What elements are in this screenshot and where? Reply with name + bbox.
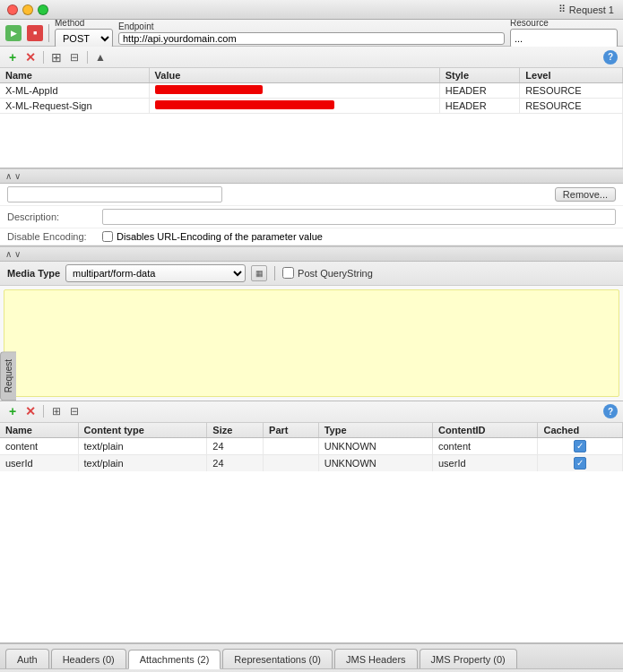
help-icon: ? [608, 52, 613, 62]
headers-toolbar: + ✕ ⊞ ⊟ ▲ ? [0, 47, 623, 68]
disable-encoding-label: Disable Encoding: [7, 231, 97, 242]
cached-checkbox-cell: ✓ [543, 440, 617, 452]
tab-auth-label: Auth [17, 654, 38, 665]
param-input-area [7, 186, 549, 202]
empty-row [0, 114, 623, 168]
col-type: Type [318, 423, 432, 438]
help-button[interactable]: ? [603, 50, 618, 65]
description-label: Description: [7, 211, 97, 222]
status-bar: tion... 1329 ... (94 bytes ... [0, 668, 623, 672]
media-grid-button[interactable]: ▦ [251, 265, 267, 281]
col-cached: Cached [538, 423, 623, 438]
resource-input[interactable] [510, 29, 618, 48]
titlebar: ⠿ Request 1 [0, 0, 623, 20]
collapse-icon4: ∨ [14, 249, 21, 259]
remove-label: Remove... [563, 189, 608, 200]
window-controls[interactable] [7, 4, 48, 15]
collapse-row-1[interactable]: ∧ ∨ [0, 168, 623, 184]
attach-content-type: text/plain [78, 454, 207, 471]
grid-view-button[interactable]: ⊞ [49, 50, 64, 65]
maximize-button[interactable] [38, 4, 48, 15]
cached-checkbox[interactable]: ✓ [574, 440, 586, 452]
attach-grid-button[interactable]: ⊞ [49, 404, 64, 418]
tab-jms-headers-label: JMS Headers [346, 654, 406, 665]
table-row[interactable]: X-ML-Request-Sign HEADER RESOURCE [0, 99, 623, 114]
attach-sep1 [43, 405, 44, 418]
tab-attachments[interactable]: Attachments (2) [128, 650, 221, 669]
param-remove-row: Remove... [0, 184, 623, 206]
media-panel: Media Type multipart/form-data applicati… [0, 262, 623, 401]
tab-representations-label: Representations (0) [234, 654, 321, 665]
stop-button[interactable]: ■ [27, 25, 43, 41]
side-tab-label: Request [4, 359, 13, 392]
tab-jms-property[interactable]: JMS Property (0) [420, 649, 517, 668]
add-header-button[interactable]: + [5, 50, 20, 65]
attach-cached: ✓ [538, 454, 623, 471]
media-content-area[interactable] [4, 289, 619, 397]
table-row[interactable]: content text/plain 24 UNKNOWN content ✓ [0, 437, 623, 454]
attach-export-button[interactable]: ⊟ [67, 404, 82, 418]
col-style: Style [439, 68, 520, 83]
move-up-button[interactable]: ▲ [93, 50, 108, 65]
method-select[interactable]: POST GET PUT DELETE [55, 29, 113, 48]
header-name: X-ML-Request-Sign [0, 99, 149, 114]
main-toolbar: ▶ ■ Method POST GET PUT DELETE Endpoint … [0, 20, 623, 47]
post-querystring-label: Post QueryString [298, 268, 373, 279]
tab-headers[interactable]: Headers (0) [51, 649, 126, 668]
window-title: Request 1 [569, 4, 614, 15]
tab-auth[interactable]: Auth [5, 649, 49, 668]
tab-jms-property-label: JMS Property (0) [431, 654, 506, 665]
attach-size: 24 [207, 437, 264, 454]
endpoint-input[interactable] [118, 32, 505, 45]
close-button[interactable] [7, 4, 18, 15]
collapse-row-2[interactable]: ∧ ∨ [0, 246, 623, 262]
method-group: Method POST GET PUT DELETE [55, 18, 113, 48]
remove-header-button[interactable]: ✕ [23, 50, 38, 65]
headers-table: Name Value Style Level X-ML-AppId HEADER… [0, 68, 623, 168]
cached-checkbox[interactable]: ✓ [574, 457, 586, 470]
header-value [149, 83, 439, 99]
media-toolbar: Media Type multipart/form-data applicati… [0, 262, 623, 286]
attach-contentid: userId [433, 454, 538, 471]
minimize-button[interactable] [22, 4, 33, 15]
endpoint-label: Endpoint [118, 22, 505, 31]
media-type-label: Media Type [7, 268, 60, 279]
table-row[interactable]: userId text/plain 24 UNKNOWN userId ✓ [0, 454, 623, 471]
tab-representations[interactable]: Representations (0) [222, 649, 333, 668]
post-querystring-checkbox[interactable] [282, 267, 294, 279]
table-header-row: Name Value Style Level [0, 68, 623, 83]
tab-jms-headers[interactable]: JMS Headers [334, 649, 418, 668]
disable-encoding-checkbox[interactable] [102, 231, 113, 242]
add-attachment-button[interactable]: + [5, 404, 20, 418]
media-type-select[interactable]: multipart/form-data application/json app… [65, 264, 246, 282]
collapse-icon: ∧ [5, 171, 12, 181]
col-content-type: Content type [78, 423, 207, 438]
disable-encoding-checkbox-group: Disables URL-Encoding of the parameter v… [102, 231, 323, 242]
table-row[interactable]: X-ML-AppId HEADER RESOURCE [0, 83, 623, 99]
attach-help-button[interactable]: ? [603, 404, 618, 418]
attach-part [264, 454, 319, 471]
attach-part [264, 437, 319, 454]
toggle-view-button[interactable]: ⊟ [67, 50, 82, 65]
media-sep [274, 266, 275, 280]
attach-toolbar: + ✕ ⊞ ⊟ ? [0, 401, 623, 423]
endpoint-group: Endpoint [118, 22, 505, 45]
header-name: X-ML-AppId [0, 83, 149, 99]
col-part: Part [264, 423, 319, 438]
attach-cached: ✓ [538, 437, 623, 454]
param-name-input[interactable] [7, 186, 222, 202]
col-contentid: ContentID [433, 423, 538, 438]
play-button[interactable]: ▶ [5, 25, 22, 41]
disable-encoding-row: Disable Encoding: Disables URL-Encoding … [0, 228, 623, 246]
header-level: RESOURCE [520, 83, 623, 99]
remove-button[interactable]: Remove... [555, 187, 616, 202]
collapse-icon2: ∨ [14, 171, 21, 181]
description-input[interactable] [102, 209, 616, 225]
attach-size: 24 [207, 454, 264, 471]
remove-attachment-button[interactable]: ✕ [23, 404, 38, 418]
side-tab-request[interactable]: Request [0, 351, 16, 401]
stop-icon: ■ [33, 30, 37, 36]
disable-encoding-text: Disables URL-Encoding of the parameter v… [117, 231, 323, 242]
attach-header-row: Name Content type Size Part Type Content… [0, 423, 623, 438]
toolbar-sep [43, 51, 44, 64]
